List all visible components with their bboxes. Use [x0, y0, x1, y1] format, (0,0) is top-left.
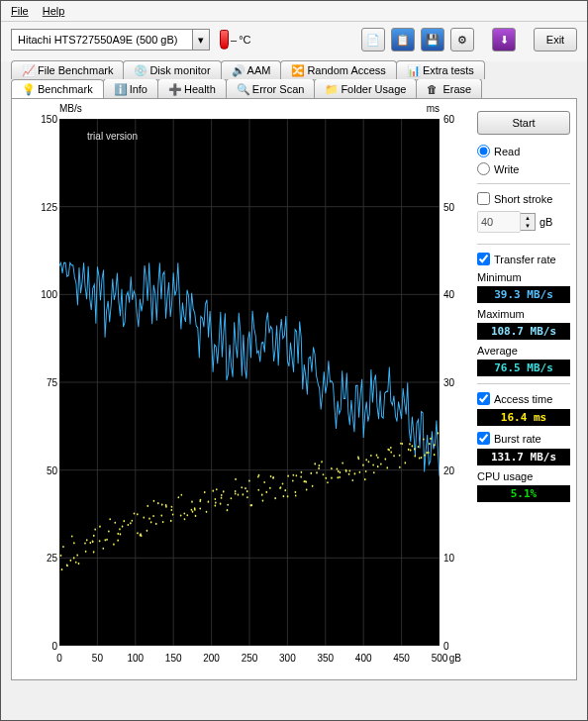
svg-point-68: [152, 515, 154, 517]
svg-point-46: [109, 518, 111, 520]
svg-point-129: [269, 487, 271, 489]
svg-point-187: [376, 455, 378, 457]
copy-graph-button[interactable]: 📋: [391, 28, 415, 52]
svg-point-158: [316, 471, 318, 473]
svg-point-175: [349, 469, 351, 471]
svg-point-97: [208, 501, 210, 503]
y-left-tick: 100: [36, 289, 57, 300]
svg-point-19: [62, 546, 64, 548]
svg-point-48: [117, 533, 119, 535]
y-right-tick: 30: [443, 377, 467, 388]
y-left-tick: 75: [36, 377, 57, 388]
svg-point-142: [292, 479, 294, 481]
x-tick: 50: [92, 653, 103, 664]
svg-point-20: [61, 568, 63, 570]
svg-point-50: [117, 540, 119, 542]
tab-benchmark[interactable]: 💡Benchmark: [11, 79, 104, 98]
svg-point-124: [257, 489, 259, 491]
tab-extra-tests[interactable]: 📊Extra tests: [396, 60, 485, 79]
tab-info[interactable]: ℹ️Info: [103, 78, 158, 98]
exit-button[interactable]: Exit: [534, 28, 577, 52]
svg-point-105: [221, 494, 223, 496]
drive-combo[interactable]: Hitachi HTS727550A9E (500 gB) ▾: [11, 29, 210, 51]
svg-point-139: [284, 489, 286, 491]
short-stroke-value[interactable]: ▲▼ gB: [477, 211, 570, 233]
svg-point-206: [408, 449, 410, 451]
svg-point-198: [399, 455, 401, 457]
svg-point-34: [89, 542, 91, 544]
svg-point-108: [227, 504, 229, 506]
tab-random-access[interactable]: 🔀Random Access: [280, 60, 396, 79]
transfer-rate-check[interactable]: Transfer rate: [477, 252, 570, 266]
svg-point-171: [348, 473, 350, 475]
tab-health[interactable]: ➕Health: [157, 78, 227, 98]
svg-point-184: [370, 455, 372, 457]
svg-point-116: [241, 486, 243, 488]
svg-point-146: [295, 474, 297, 476]
spin-up-icon[interactable]: ▲: [521, 214, 535, 222]
spin-down-icon[interactable]: ▼: [521, 222, 535, 230]
temp-unit: °C: [239, 34, 250, 46]
svg-point-73: [161, 503, 163, 505]
svg-point-72: [162, 521, 164, 523]
chart-watermark: trial version: [87, 131, 138, 142]
svg-point-176: [351, 479, 353, 481]
svg-point-41: [99, 526, 101, 528]
svg-point-155: [314, 463, 316, 464]
svg-point-56: [128, 524, 130, 526]
menu-help[interactable]: Help: [43, 5, 65, 17]
copy-text-button[interactable]: 📄: [361, 28, 385, 52]
svg-point-180: [365, 459, 367, 461]
save-button[interactable]: 💾: [421, 28, 444, 52]
tab-icon: 🗑: [427, 83, 439, 95]
svg-point-213: [426, 452, 428, 454]
svg-point-188: [373, 471, 375, 473]
options-button[interactable]: ⚙: [450, 28, 474, 52]
svg-point-83: [177, 496, 179, 498]
svg-point-183: [365, 470, 367, 472]
svg-point-57: [134, 512, 136, 514]
mode-write-radio[interactable]: Write: [477, 161, 570, 176]
y-right-tick: 10: [443, 553, 467, 564]
svg-point-218: [430, 438, 432, 440]
y-left-tick: 150: [36, 114, 57, 125]
short-stroke-input[interactable]: [477, 211, 521, 233]
tab-erase[interactable]: 🗑Erase: [416, 78, 482, 98]
access-time-check[interactable]: Access time: [477, 391, 570, 406]
svg-point-135: [282, 482, 284, 484]
burst-rate-check[interactable]: Burst rate: [477, 431, 570, 446]
menu-file[interactable]: File: [11, 5, 29, 17]
svg-point-145: [295, 491, 297, 493]
svg-point-138: [283, 495, 285, 497]
thermometer-icon: [220, 30, 229, 50]
download-button[interactable]: ⬇: [492, 28, 516, 52]
short-stroke-check[interactable]: Short stroke: [477, 191, 570, 206]
svg-point-36: [93, 535, 95, 537]
tab-folder-usage[interactable]: 📁Folder Usage: [314, 78, 417, 98]
svg-point-163: [327, 481, 329, 483]
toolbar: Hitachi HTS727550A9E (500 gB) ▾ – °C 📄 📋…: [1, 22, 587, 61]
svg-point-74: [160, 514, 162, 516]
svg-point-100: [214, 505, 216, 507]
tab-error-scan[interactable]: 🔍Error Scan: [226, 78, 316, 98]
svg-point-106: [221, 497, 223, 499]
svg-point-174: [354, 472, 356, 474]
tab-file-benchmark[interactable]: 📈File Benchmark: [11, 60, 124, 79]
tab-aam[interactable]: 🔊AAM: [221, 60, 282, 79]
svg-point-161: [323, 473, 325, 475]
y-right-tick: 60: [443, 114, 467, 125]
svg-point-18: [60, 555, 62, 557]
x-tick: 450: [393, 653, 410, 664]
svg-point-52: [123, 520, 125, 522]
tab-disk-monitor[interactable]: 💿Disk monitor: [123, 60, 221, 79]
svg-point-76: [165, 504, 167, 506]
svg-point-153: [312, 485, 314, 487]
svg-point-210: [418, 446, 420, 448]
y-left-unit-label: MB/s: [59, 103, 82, 114]
svg-point-77: [170, 520, 172, 522]
svg-point-55: [130, 522, 132, 524]
start-button[interactable]: Start: [477, 111, 570, 135]
svg-point-87: [191, 501, 193, 503]
svg-point-202: [404, 462, 406, 464]
mode-read-radio[interactable]: Read: [477, 144, 570, 158]
